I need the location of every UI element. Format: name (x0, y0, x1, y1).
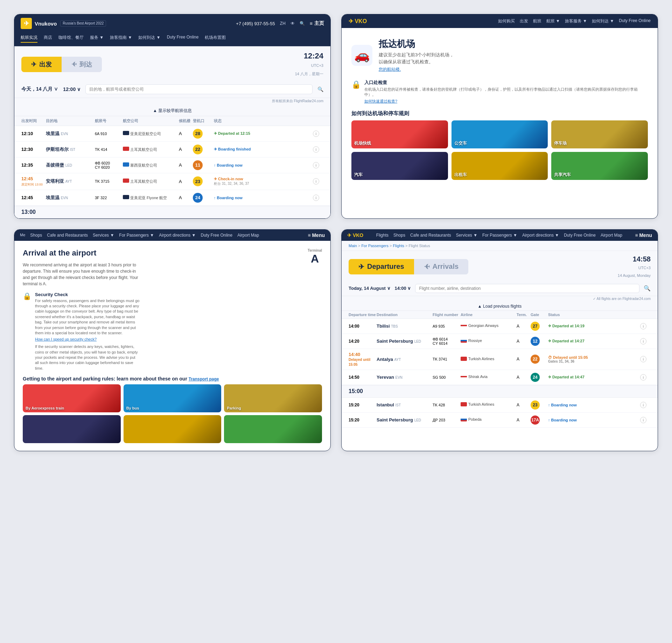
menu-button-br[interactable]: ≡ Menu (635, 232, 652, 238)
nav-dutyfree-br[interactable]: Duty Free Online (564, 233, 596, 238)
tab-departures-br[interactable]: ✈ Departures (349, 259, 414, 274)
breadcrumb-passengers[interactable]: For Passengers (361, 244, 388, 248)
info-button[interactable]: i (313, 131, 319, 137)
transport-card-bus[interactable]: 公交车 (451, 120, 548, 148)
nav-directions[interactable]: 如何到达 ▼ (592, 18, 614, 24)
transport-section-title: 如何到达机场和停车规则 (351, 110, 648, 117)
flight-time: 14:00 (349, 324, 377, 329)
menu-button[interactable]: ≡ Menu (308, 232, 325, 238)
img-card-bus[interactable]: By bus (124, 384, 222, 412)
br-date-selector[interactable]: Today, 14 August ∨ (349, 286, 391, 291)
transport-card-rideshare[interactable]: 共享汽车 (551, 152, 648, 180)
nav-dutyfree[interactable]: Duty Free Online (201, 233, 232, 238)
br-time-selector[interactable]: 14:00 ∨ (395, 286, 411, 291)
br-col-terminal: Term. (517, 313, 531, 317)
nav-map[interactable]: Airport Map (237, 233, 259, 238)
terminal: A (517, 418, 531, 422)
nav-flights-br[interactable]: Flights (376, 233, 388, 238)
nav-map-br[interactable]: Airport Map (601, 233, 622, 238)
br-search-input[interactable] (415, 284, 639, 293)
tab-arrivals-br[interactable]: ✈ Arrivals (414, 259, 469, 274)
time-selector[interactable]: 12:00 ∨ (63, 86, 80, 92)
img-card-taxi[interactable] (124, 415, 222, 443)
russia-flag (461, 338, 467, 343)
load-previous-button[interactable]: ▲ 显示较早航班信息 (14, 106, 330, 116)
accessibility-icon[interactable]: 👁 (290, 21, 295, 26)
nav-how-to-buy[interactable]: 如何购买 (498, 18, 515, 24)
address-link[interactable]: 您的航站楼. (379, 67, 454, 72)
flight-num: TK 414 (95, 147, 123, 152)
nav-passengers-br[interactable]: For Passengers ▼ (482, 233, 517, 238)
security-body: 在机场入口处您的证件将被检查，请准备好您的登机牌（打印或电子），身份证，护照，以… (364, 87, 648, 98)
search-icon[interactable]: 🔍 (300, 21, 305, 26)
transport-card-express[interactable]: 机场快线 (351, 120, 448, 148)
br-load-previous-button[interactable]: ▲ Load previous flights (342, 302, 658, 311)
flight-tabs: ✈ 出发 ✈ 到达 (21, 57, 102, 72)
nav-passengers[interactable]: 旅客服务 ▼ (565, 18, 587, 24)
gate-badge: 22 (531, 355, 540, 364)
nav-flights[interactable]: 航班 (533, 18, 541, 24)
flight-dest: Istanbul IST (377, 402, 433, 407)
info-button[interactable]: i (313, 178, 319, 184)
nav-flight-status[interactable]: 航班 ▼ (546, 18, 560, 24)
info-button[interactable]: i (313, 195, 319, 201)
tab-arrivals[interactable]: ✈ 到达 (62, 57, 102, 72)
date-selector[interactable]: 今天，14 八月 ∨ (21, 86, 58, 92)
breadcrumb-main[interactable]: Main (349, 244, 357, 248)
info-button[interactable]: i (640, 338, 646, 344)
info-button[interactable]: i (313, 146, 319, 153)
nav-directions-br[interactable]: Airport directions ▼ (522, 233, 559, 238)
flight-dest: 埃里温 EVN (46, 195, 95, 201)
img-card-car[interactable] (23, 415, 121, 443)
nav-map[interactable]: 机场布置图 (205, 35, 226, 43)
search-button[interactable]: 🔍 (317, 86, 323, 92)
flight-time: 14:50 (349, 375, 377, 380)
transport-card-taxi[interactable]: 出租车 (451, 152, 548, 180)
nav-dutyfree[interactable]: Duty Free Online (167, 35, 199, 43)
img-card-express[interactable]: By Aeroexpress train (23, 384, 121, 412)
transport-card-parking[interactable]: 停车场 (551, 120, 648, 148)
info-button[interactable]: i (640, 417, 646, 423)
nav-services[interactable]: Services ▼ (93, 233, 114, 238)
img-card-parking[interactable]: Parking (224, 384, 322, 412)
tab-departures[interactable]: ✈ 出发 (21, 57, 62, 72)
nav-cafe-br[interactable]: Cafe and Restaurants (410, 233, 451, 238)
nav-directions[interactable]: Airport directions ▼ (159, 233, 196, 238)
security-link-en[interactable]: How can I speed up security check? (35, 337, 97, 341)
nav-passengers[interactable]: 旅客指南 ▼ (110, 35, 132, 43)
info-button[interactable]: i (640, 402, 646, 408)
br-search-icon[interactable]: 🔍 (644, 285, 651, 292)
nav-shops[interactable]: 商店 (44, 35, 52, 43)
security-link[interactable]: 如何快速通过检查? (364, 99, 397, 103)
br-col-status: Status (548, 313, 640, 317)
nav-directions[interactable]: 如何到达 ▼ (138, 35, 160, 43)
search-input[interactable] (85, 84, 313, 94)
transport-link-en[interactable]: Transport page (189, 377, 219, 382)
nav-services-br[interactable]: Services ▼ (456, 233, 477, 238)
breadcrumb-flights[interactable]: Flights (393, 244, 404, 248)
vko-article-panel: ✈ VKO 如何购买 出发 航班 航班 ▼ 旅客服务 ▼ 如何到达 ▼ Duty… (341, 14, 658, 219)
nav-dining[interactable]: 咖啡馆、餐厅 (58, 35, 84, 43)
nav-shops[interactable]: Shops (30, 233, 42, 238)
info-button[interactable]: i (640, 374, 646, 380)
nav-departure[interactable]: 出发 (520, 18, 528, 24)
nav-passengers[interactable]: For Passengers ▼ (119, 233, 154, 238)
img-card-rideshare[interactable] (224, 415, 322, 443)
language-toggle[interactable]: ZH (280, 21, 286, 26)
flight-num: SG 500 (433, 375, 461, 379)
info-button[interactable]: i (640, 356, 646, 362)
nav-services[interactable]: 服务 ▼ (90, 35, 104, 43)
menu-button[interactable]: ≡ 主页 (310, 20, 324, 27)
transport-card-car[interactable]: 汽车 (351, 152, 448, 180)
nav-dutyfree[interactable]: Duty Free Online (619, 18, 651, 24)
flight-airline: Rossiye (461, 338, 517, 344)
nav-cafe[interactable]: Cafe and Restaurants (47, 233, 88, 238)
info-button[interactable]: i (640, 323, 646, 329)
nav-shops-br[interactable]: Shops (393, 233, 405, 238)
nav-me[interactable]: Me (20, 233, 25, 238)
col-flight: 航班号 (95, 118, 123, 124)
car-icon: 🚗 (351, 45, 372, 66)
gate-badge: 28 (193, 129, 203, 139)
nav-flights[interactable]: 航班实况 (21, 35, 37, 43)
info-button[interactable]: i (313, 162, 319, 168)
